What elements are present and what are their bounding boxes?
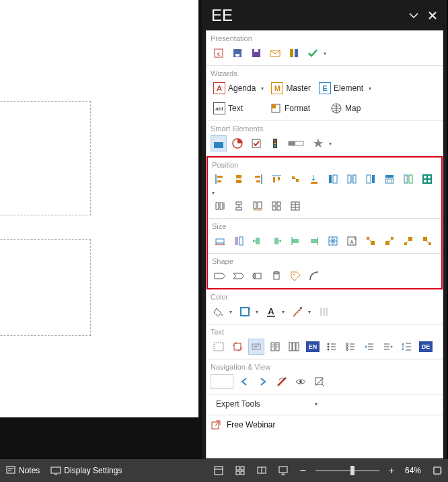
stretch-right-icon[interactable] [268, 233, 285, 249]
free-webinar-link[interactable]: Free Webinar [207, 415, 443, 434]
dock-top-icon[interactable] [381, 171, 398, 187]
expert-tools-dropdown[interactable]: Expert Tools ▾ [211, 397, 325, 411]
protect-icon[interactable] [286, 45, 302, 61]
progress-icon[interactable] [286, 135, 307, 151]
stack-icon[interactable] [212, 198, 228, 214]
align-top-icon[interactable] [268, 171, 285, 187]
zoom-slider[interactable] [315, 470, 379, 471]
collapse-icon[interactable] [404, 6, 423, 25]
resize-tl-icon[interactable] [363, 233, 379, 249]
pentagon-icon[interactable] [212, 268, 228, 284]
element-button[interactable]: E Element [316, 80, 366, 96]
slideshow-button[interactable] [272, 459, 294, 482]
columns-3-icon[interactable] [286, 339, 302, 355]
palette-icon[interactable] [315, 304, 332, 320]
stretch-down-icon[interactable] [306, 233, 322, 249]
chevron-down-icon[interactable]: ▾ [227, 309, 234, 315]
chevron-shape-icon[interactable] [231, 268, 247, 284]
cylinder-h-icon[interactable] [250, 268, 266, 284]
lock-ratio-icon[interactable]: A [344, 233, 360, 249]
notes-button[interactable]: Notes [0, 459, 45, 482]
stretch-left-icon[interactable] [250, 233, 266, 249]
zoom-out-button[interactable]: − [294, 459, 311, 482]
indent-right-icon[interactable] [380, 339, 396, 355]
same-width-icon[interactable] [212, 233, 228, 249]
zoom-fit-icon[interactable] [311, 374, 328, 390]
email-icon[interactable] [267, 45, 283, 61]
agenda-button[interactable]: A Agenda [211, 80, 258, 96]
placeholder-box[interactable] [0, 101, 91, 215]
new-presentation-icon[interactable]: € [211, 45, 227, 61]
align-bottom-icon[interactable] [306, 171, 322, 187]
share-icon[interactable] [248, 45, 264, 61]
zoom-thumb[interactable] [350, 466, 354, 475]
arrow-left-icon[interactable] [236, 374, 252, 390]
fit-window-button[interactable] [426, 459, 448, 482]
lang-en-button[interactable]: EN [305, 339, 321, 355]
sorter-view-button[interactable] [229, 459, 251, 482]
crop-icon[interactable] [229, 339, 246, 355]
distribute-horiz-icon[interactable] [419, 171, 435, 187]
master-button[interactable]: M Master [268, 80, 313, 96]
align-center-icon[interactable] [231, 171, 247, 187]
chevron-down-icon[interactable]: ▾ [306, 309, 313, 315]
chevron-down-icon[interactable]: ▾ [254, 309, 260, 315]
chevron-down-icon[interactable]: ▾ [322, 50, 328, 57]
align-right-icon[interactable] [250, 171, 266, 187]
star-icon[interactable] [310, 135, 326, 151]
text-button[interactable]: abl Text [211, 100, 246, 116]
stretch-up-icon[interactable] [287, 233, 303, 249]
resize-tr-icon[interactable] [381, 233, 398, 249]
wrap-icon[interactable] [211, 339, 227, 355]
resize-bl-icon[interactable] [400, 233, 416, 249]
tag-icon[interactable] [287, 268, 303, 284]
placeholder-box[interactable] [0, 239, 91, 336]
map-button[interactable]: Map [328, 100, 363, 116]
harvey-ball-1-icon[interactable] [211, 135, 227, 151]
pie-icon[interactable] [229, 135, 246, 151]
line-color-icon[interactable] [237, 304, 253, 320]
nav-input[interactable] [211, 374, 233, 389]
line-spacing-icon[interactable] [399, 339, 415, 355]
zoom-in-button[interactable]: + [383, 459, 400, 482]
arrow-right-icon[interactable] [255, 374, 271, 390]
chevron-down-icon[interactable]: ▾ [259, 85, 266, 92]
grid-icon[interactable] [268, 198, 285, 214]
indent-left-icon[interactable] [361, 339, 377, 355]
eyedropper-icon[interactable] [289, 304, 305, 320]
fit-icon[interactable] [325, 233, 341, 249]
chevron-down-icon[interactable]: ▾ [210, 190, 217, 196]
close-icon[interactable] [423, 6, 442, 25]
dock-center-icon[interactable] [344, 171, 360, 187]
show-icon[interactable] [293, 374, 309, 390]
display-settings-button[interactable]: Display Settings [45, 459, 127, 482]
distribute-vert-icon[interactable] [400, 171, 416, 187]
chevron-down-icon[interactable]: ▾ [327, 141, 334, 147]
zoom-level[interactable]: 64% [400, 459, 426, 482]
save-icon[interactable] [229, 45, 246, 61]
lang-de-button[interactable]: DE [418, 339, 434, 355]
traffic-light-icon[interactable] [267, 135, 283, 151]
bullets-outline-icon[interactable] [342, 339, 359, 355]
columns-2-icon[interactable] [267, 339, 283, 355]
cylinder-v-icon[interactable] [268, 268, 285, 284]
arc-icon[interactable] [306, 268, 322, 284]
chevron-down-icon[interactable]: ▾ [367, 85, 373, 92]
chevron-down-icon[interactable]: ▾ [280, 309, 287, 315]
normal-view-button[interactable] [208, 459, 229, 482]
format-button[interactable]: Format [267, 100, 313, 116]
dock-left-icon[interactable] [325, 171, 341, 187]
fill-icon[interactable] [211, 304, 227, 320]
table-icon[interactable] [287, 198, 303, 214]
golden-icon[interactable] [250, 198, 266, 214]
slide-preview[interactable] [0, 0, 198, 417]
same-height-icon[interactable] [231, 233, 247, 249]
dock-right-icon[interactable] [363, 171, 379, 187]
hide-slide-icon[interactable] [274, 374, 290, 390]
textbox-icon[interactable] [248, 339, 264, 355]
swap-icon[interactable] [231, 198, 247, 214]
align-middle-icon[interactable] [287, 171, 303, 187]
align-left-icon[interactable] [212, 171, 228, 187]
check-icon[interactable] [305, 45, 321, 61]
reading-view-button[interactable] [251, 459, 272, 482]
